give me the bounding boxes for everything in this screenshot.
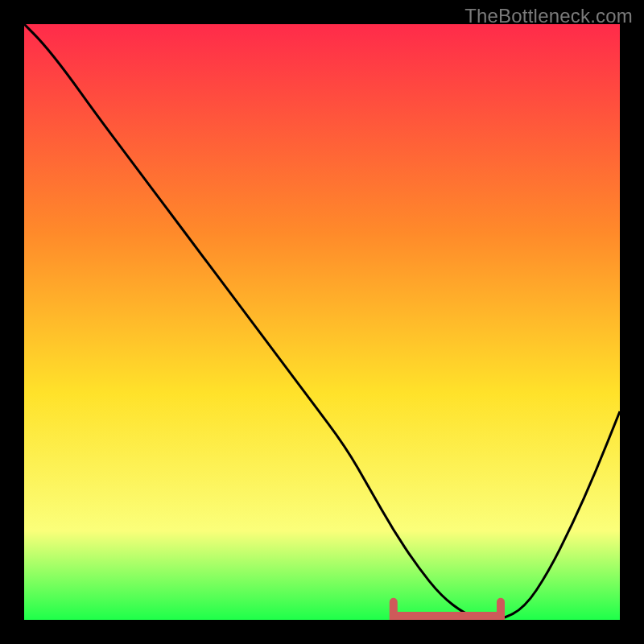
chart-background <box>24 24 620 620</box>
chart-svg <box>24 24 620 620</box>
chart-frame <box>24 24 620 620</box>
